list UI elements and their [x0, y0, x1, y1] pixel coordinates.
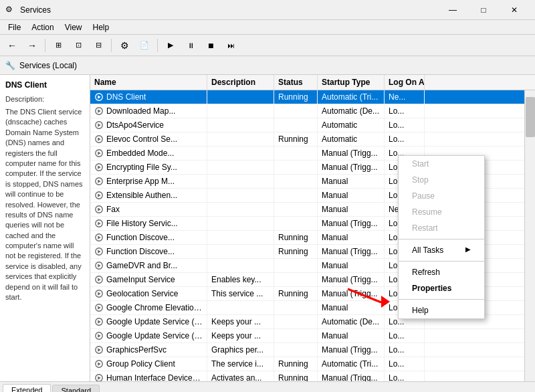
service-desc [207, 132, 274, 146]
service-name: GraphicsPerfSvc [90, 343, 207, 357]
table-header: Name Description Status Startup Type Log… [90, 75, 535, 90]
pause-button[interactable]: ⏸ [181, 37, 200, 54]
service-name: Human Interface Device Serv... [90, 371, 207, 381]
top-bar: 🔧 Services (Local) [0, 56, 535, 75]
service-startup: Automatic (Tri... [318, 357, 385, 371]
show-list-button[interactable]: ⊟ [89, 37, 108, 54]
service-status: Running [274, 231, 318, 244]
service-desc: The service i... [207, 357, 274, 371]
service-logon: Ne... [385, 90, 425, 104]
menu-help[interactable]: Help [88, 21, 115, 33]
service-desc: This service ... [207, 287, 274, 300]
service-startup: Manual [318, 203, 385, 216]
table-row[interactable]: DtsApo4Service Automatic Lo... [90, 118, 524, 132]
show-console-button[interactable]: ⊞ [49, 37, 68, 54]
service-name: Google Chrome Elevation Se... [90, 301, 207, 314]
svg-line-21 [348, 289, 381, 302]
title-bar: ⚙ Services — □ ✕ [0, 0, 535, 20]
menu-action[interactable]: Action [26, 21, 59, 33]
play-button[interactable]: ▶ [161, 37, 180, 54]
service-startup: Manual [318, 329, 385, 342]
context-menu-item-help[interactable]: Help [399, 302, 484, 318]
col-header-logon[interactable]: Log On As [385, 75, 425, 90]
service-logon: Lo... [385, 104, 425, 118]
tab-extended[interactable]: Extended [3, 384, 51, 392]
service-startup: Manual (Trigg... [318, 161, 385, 174]
menu-file[interactable]: File [3, 21, 26, 33]
stop-button[interactable]: ⏹ [201, 37, 220, 54]
tab-standard[interactable]: Standard [52, 385, 100, 392]
service-startup: Automatic (De... [318, 104, 385, 118]
show-detail-button[interactable]: ⊡ [69, 37, 88, 54]
bottom-tabs: Extended Standard [0, 381, 535, 392]
service-logon: Lo... [385, 118, 425, 132]
back-button[interactable]: ← [3, 37, 21, 54]
properties-toolbar-button[interactable]: ⚙ [115, 37, 134, 54]
service-status [274, 104, 318, 118]
service-desc [207, 90, 274, 104]
service-desc [207, 146, 274, 160]
service-startup: Manual (Trigg... [318, 245, 385, 258]
maximize-button[interactable]: □ [468, 0, 499, 20]
service-status [274, 273, 318, 286]
service-name: Google Update Service (gup... [90, 315, 207, 328]
service-desc [207, 104, 274, 118]
service-startup: Manual (Trigg... [318, 217, 385, 230]
service-status [274, 118, 318, 132]
service-startup: Manual [318, 231, 385, 244]
table-row[interactable]: Human Interface Device Serv... Activates… [90, 371, 524, 381]
toolbar-separator-2 [111, 39, 112, 52]
service-name: Function Discove... [90, 231, 207, 244]
minimize-button[interactable]: — [437, 0, 468, 20]
table-row[interactable]: Elevoc Control Se... Running Automatic L… [90, 132, 524, 146]
service-status: Running [274, 287, 318, 300]
service-status [274, 301, 318, 314]
scrollbar[interactable] [524, 90, 535, 381]
service-status [274, 175, 318, 188]
service-logon: Lo... [385, 357, 425, 371]
context-menu-item-pause: Pause [399, 188, 484, 204]
col-header-name[interactable]: Name [90, 75, 207, 90]
service-status: Running [274, 132, 318, 146]
window-controls: — □ ✕ [437, 0, 530, 20]
context-menu-item-restart: Restart [399, 220, 484, 236]
service-startup: Manual (Trigg... [318, 371, 385, 381]
table-row[interactable]: Group Policy Client The service i... Run… [90, 357, 524, 371]
toolbar: ← → ⊞ ⊡ ⊟ ⚙ 📄 ▶ ⏸ ⏹ ⏭ [0, 35, 535, 56]
table-row[interactable]: Google Update Service (gup... Keeps your… [90, 329, 524, 343]
table-row[interactable]: Downloaded Map... Automatic (De... Lo... [90, 104, 524, 118]
service-startup: Manual [318, 259, 385, 272]
context-menu-item-resume: Resume [399, 204, 484, 220]
col-header-startup[interactable]: Startup Type [318, 75, 385, 90]
service-status [274, 343, 318, 357]
new-button[interactable]: 📄 [135, 37, 154, 54]
close-button[interactable]: ✕ [499, 0, 530, 20]
service-startup: Manual [318, 189, 385, 202]
panel-icon: 🔧 [5, 61, 15, 70]
col-header-desc[interactable]: Description [207, 75, 274, 90]
restart-button[interactable]: ⏭ [221, 37, 240, 54]
scrollbar-thumb[interactable] [526, 97, 535, 137]
table-row[interactable]: GraphicsPerfSvc Graphics per... Manual (… [90, 343, 524, 357]
menu-view[interactable]: View [60, 21, 88, 33]
service-status [274, 217, 318, 230]
service-desc: Graphics per... [207, 343, 274, 357]
context-menu-item-refresh[interactable]: Refresh [399, 264, 484, 280]
forward-button[interactable]: → [23, 37, 41, 54]
service-startup: Automatic [318, 118, 385, 132]
arrow-indicator [344, 282, 391, 302]
service-name: Geolocation Service [90, 287, 207, 300]
table-row[interactable]: DNS Client Running Automatic (Tri... Ne.… [90, 90, 524, 104]
service-name: Fax [90, 203, 207, 216]
context-menu-item-properties[interactable]: Properties [399, 280, 484, 296]
service-name: GameInput Service [90, 273, 207, 286]
service-desc: Keeps your ... [207, 315, 274, 328]
service-startup: Automatic [318, 132, 385, 146]
service-name: File History Servic... [90, 217, 207, 230]
context-menu-item-stop: Stop [399, 172, 484, 188]
col-header-status[interactable]: Status [274, 75, 318, 90]
service-name: DNS Client [90, 90, 207, 104]
context-menu-item-all-tasks[interactable]: All Tasks▶ [399, 242, 484, 258]
service-name: Function Discove... [90, 245, 207, 258]
service-status [274, 315, 318, 328]
